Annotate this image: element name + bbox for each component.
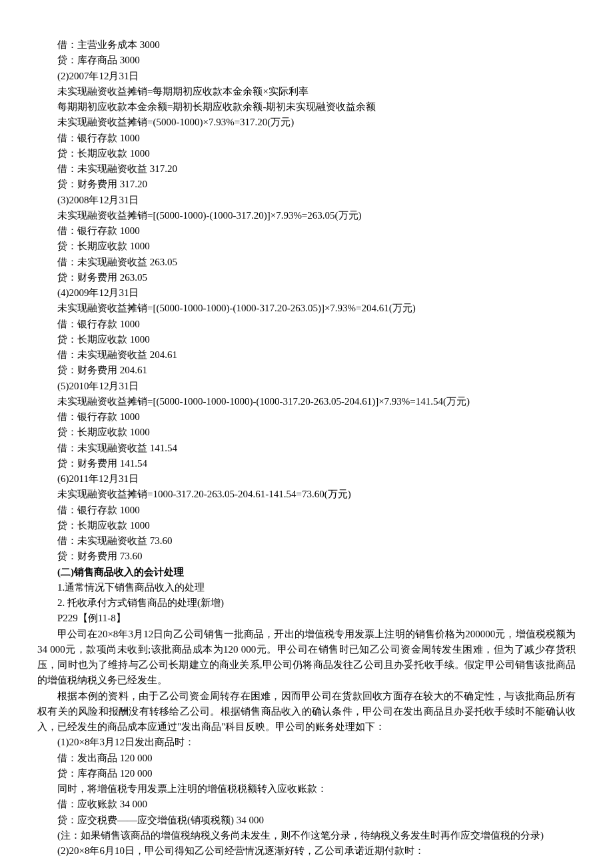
text-line: P229【例11-8】 xyxy=(37,611,576,626)
text-line: 贷：长期应收款 1000 xyxy=(37,239,576,254)
text-line: (注：如果销售该商品的增值税纳税义务尚未发生，则不作这笔分录，待纳税义务发生时再… xyxy=(37,828,576,843)
document-body: 借：主营业务成本 3000贷：库存商品 3000(2)2007年12月31日未实… xyxy=(37,37,576,859)
text-line: 借：未实现融资收益 73.60 xyxy=(37,533,576,549)
text-line: 借：银行存款 1000 xyxy=(37,223,576,239)
text-line: 贷：应交税费——应交增值税(销项税额) 34 000 xyxy=(37,813,576,828)
text-line: (2)20×8年6月10日，甲公司得知乙公司经营情况逐渐好转，乙公司承诺近期付款… xyxy=(37,843,576,859)
text-line: 贷：财务费用 317.20 xyxy=(37,177,576,192)
text-line: 借：未实现融资收益 263.05 xyxy=(37,255,576,270)
text-line: (1)20×8年3月12日发出商品时： xyxy=(37,735,576,750)
text-line: 贷：长期应收款 1000 xyxy=(37,332,576,347)
text-line: 未实现融资收益摊销=[(5000-1000)-(1000-317.20)]×7.… xyxy=(37,208,576,223)
text-line: 贷：财务费用 204.61 xyxy=(37,363,576,378)
text-line: 借：银行存款 1000 xyxy=(37,317,576,332)
text-line: 借：发出商品 120 000 xyxy=(37,751,576,766)
text-line: (6)2011年12月31日 xyxy=(37,471,576,487)
text-line: 未实现融资收益摊销=1000-317.20-263.05-204.61-141.… xyxy=(37,487,576,502)
text-line: 贷：财务费用 263.05 xyxy=(37,270,576,285)
text-line: 贷：库存商品 3000 xyxy=(37,53,576,68)
text-line: 每期期初应收款本金余额=期初长期应收款余额-期初未实现融资收益余额 xyxy=(37,99,576,115)
text-line: 借：未实现融资收益 204.61 xyxy=(37,347,576,363)
text-line: (3)2008年12月31日 xyxy=(37,193,576,208)
text-line: 未实现融资收益摊销=[(5000-1000-1000)-(1000-317.20… xyxy=(37,301,576,316)
text-line: 借：银行存款 1000 xyxy=(37,409,576,425)
text-line: 贷：财务费用 73.60 xyxy=(37,549,576,564)
text-line: 借：银行存款 1000 xyxy=(37,131,576,146)
text-line: 根据本例的资料，由于乙公司资金周转存在困难，因而甲公司在货款回收方面存在较大的不… xyxy=(37,689,576,735)
text-line: (4)2009年12月31日 xyxy=(37,285,576,301)
text-line: 未实现融资收益摊销=(5000-1000)×7.93%=317.20(万元) xyxy=(37,115,576,130)
text-line: (二)销售商品收入的会计处理 xyxy=(37,565,576,580)
text-line: 贷：库存商品 120 000 xyxy=(37,766,576,781)
text-line: (5)2010年12月31日 xyxy=(37,379,576,394)
text-line: 甲公司在20×8年3月12日向乙公司销售一批商品，开出的增值税专用发票上注明的销… xyxy=(37,627,576,689)
text-line: 借：主营业务成本 3000 xyxy=(37,37,576,53)
text-line: 未实现融资收益摊销=每期期初应收款本金余额×实际利率 xyxy=(37,84,576,99)
text-line: 贷：长期应收款 1000 xyxy=(37,425,576,440)
text-line: 同时，将增值税专用发票上注明的增值税税额转入应收账款： xyxy=(37,781,576,797)
text-line: 2. 托收承付方式销售商品的处理(新增) xyxy=(37,595,576,611)
text-line: 借：银行存款 1000 xyxy=(37,503,576,518)
text-line: 未实现融资收益摊销=[(5000-1000-1000-1000)-(1000-3… xyxy=(37,394,576,409)
text-line: 1.通常情况下销售商品收入的处理 xyxy=(37,580,576,595)
text-line: (2)2007年12月31日 xyxy=(37,69,576,84)
text-line: 借：未实现融资收益 141.54 xyxy=(37,441,576,456)
document-page: 借：主营业务成本 3000贷：库存商品 3000(2)2007年12月31日未实… xyxy=(0,0,613,868)
text-line: 借：未实现融资收益 317.20 xyxy=(37,161,576,177)
text-line: 借：应收账款 34 000 xyxy=(37,797,576,812)
text-line: 贷：财务费用 141.54 xyxy=(37,456,576,471)
text-line: 贷：长期应收款 1000 xyxy=(37,146,576,161)
text-line: 贷：长期应收款 1000 xyxy=(37,518,576,533)
